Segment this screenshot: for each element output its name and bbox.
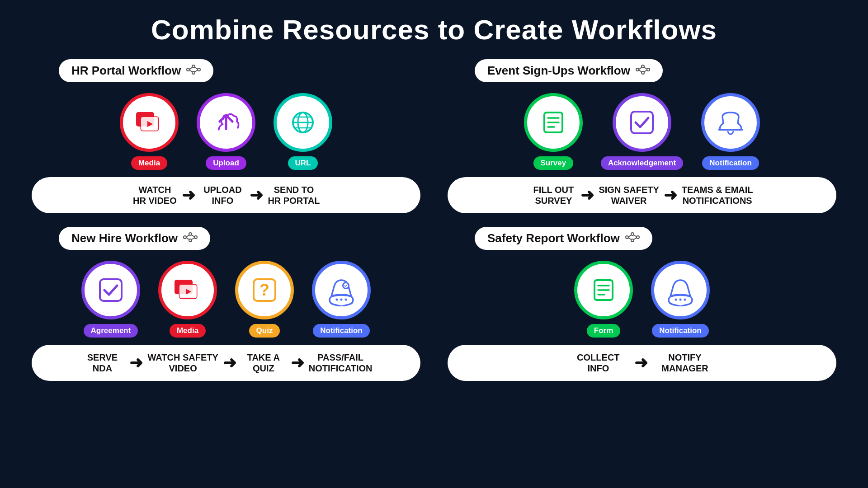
notification-circle-sr — [651, 261, 710, 319]
svg-line-35 — [192, 235, 194, 237]
notification-badge-nh: Notification — [313, 324, 370, 338]
safety-report-title: Safety Report Workflow — [487, 231, 620, 245]
url-circle — [274, 93, 332, 152]
step-watch-safety: WATCH SAFETYVIDEO — [147, 352, 218, 374]
notification-badge-sr: Notification — [652, 324, 709, 338]
acknowledgement-circle — [613, 93, 671, 152]
svg-point-17 — [636, 68, 639, 71]
survey-icon-item: Survey — [524, 93, 583, 170]
notification-circle-es — [701, 93, 760, 152]
svg-point-53 — [631, 239, 634, 242]
hr-portal-workflow: HR Portal Workflow — [32, 59, 420, 213]
quiz-badge: Quiz — [249, 324, 280, 338]
svg-point-64 — [684, 299, 686, 301]
event-signups-label: Event Sign-Ups Workflow — [475, 59, 663, 82]
svg-point-0 — [187, 68, 189, 71]
svg-line-24 — [644, 70, 647, 72]
step-collect-info: COLLECTINFO — [576, 352, 621, 374]
hr-portal-title: HR Portal Workflow — [71, 64, 181, 78]
agreement-icon-item: Agreement — [81, 261, 140, 338]
workflow-symbol-icon — [186, 65, 201, 77]
svg-line-22 — [644, 67, 647, 69]
form-badge: Form — [587, 324, 621, 338]
svg-line-54 — [628, 235, 631, 237]
step-teams-email: TEAMS & EMAILNOTIFICATIONS — [682, 184, 753, 206]
upload-icon-item: Upload — [197, 93, 255, 170]
svg-line-56 — [628, 238, 631, 239]
step-upload-info: UPLOADINFO — [200, 184, 245, 206]
svg-point-30 — [184, 236, 186, 239]
workflow-symbol-icon-4 — [625, 232, 640, 244]
arrow-5: ➜ — [129, 353, 143, 372]
svg-line-6 — [189, 70, 192, 72]
media-badge: Media — [131, 156, 167, 170]
hr-portal-steps-bar: WATCHHR VIDEO ➜ UPLOADINFO ➜ SEND TOHR P… — [32, 177, 420, 213]
svg-point-51 — [631, 233, 634, 235]
svg-line-37 — [192, 238, 194, 239]
svg-point-20 — [642, 71, 644, 74]
arrow-4: ➜ — [664, 186, 677, 205]
arrow-6: ➜ — [223, 353, 236, 372]
svg-point-47 — [336, 299, 338, 301]
svg-line-55 — [634, 235, 637, 237]
media-icon-item-nh: Media — [158, 261, 217, 338]
svg-line-23 — [639, 70, 642, 72]
svg-point-48 — [340, 299, 343, 301]
safety-report-steps-bar: COLLECTINFO ➜ NOTIFYMANAGER — [448, 345, 836, 381]
svg-point-18 — [642, 65, 644, 68]
svg-point-62 — [675, 299, 677, 301]
form-circle — [574, 261, 633, 319]
acknowledgement-badge: Acknowledgement — [601, 156, 683, 170]
step-notify-manager: NOTIFYMANAGER — [661, 352, 708, 374]
arrow-8: ➜ — [634, 353, 648, 372]
svg-point-50 — [626, 236, 628, 239]
step-watch-hr: WATCHHR VIDEO — [132, 184, 177, 206]
step-fill-survey: FILL OUTSURVEY — [531, 184, 576, 206]
hr-portal-icons-row: Media Upload — [120, 93, 332, 170]
svg-line-4 — [189, 67, 192, 70]
svg-line-57 — [634, 238, 637, 239]
new-hire-steps-bar: SERVENDA ➜ WATCH SAFETYVIDEO ➜ TAKE AQUI… — [32, 345, 420, 381]
svg-point-63 — [679, 299, 682, 301]
new-hire-title: New Hire Workflow — [71, 231, 178, 245]
acknowledgement-icon-item: Acknowledgement — [601, 93, 683, 170]
step-serve-nda: SERVENDA — [80, 352, 125, 374]
workflow-symbol-icon-3 — [183, 232, 198, 244]
new-hire-icons-row: Agreement Media — [81, 261, 371, 338]
quiz-icon-item: ? Quiz — [235, 261, 294, 338]
arrow-2: ➜ — [250, 186, 263, 205]
svg-point-2 — [198, 68, 200, 71]
survey-badge: Survey — [533, 156, 574, 170]
agreement-badge: Agreement — [84, 324, 138, 338]
arrow-1: ➜ — [182, 186, 195, 205]
notification-icon-item-sr: Notification — [651, 261, 710, 338]
agreement-circle — [81, 261, 140, 319]
svg-line-7 — [195, 70, 198, 72]
step-send-hr-portal: SEND TOHR PORTAL — [268, 184, 320, 206]
event-signups-workflow: Event Sign-Ups Workflow — [448, 59, 836, 213]
safety-report-label: Safety Report Workflow — [475, 227, 652, 250]
svg-line-34 — [186, 235, 189, 237]
quiz-circle: ? — [235, 261, 294, 319]
svg-point-19 — [647, 68, 650, 71]
svg-line-5 — [195, 67, 198, 69]
event-signups-steps-bar: FILL OUTSURVEY ➜ SIGN SAFETYWAIVER ➜ TEA… — [448, 177, 836, 213]
media-circle — [120, 93, 179, 152]
svg-point-52 — [637, 236, 639, 239]
svg-point-3 — [192, 71, 195, 74]
survey-circle — [524, 93, 583, 152]
upload-circle — [197, 93, 255, 152]
step-sign-waiver: SIGN SAFETYWAIVER — [599, 184, 659, 206]
url-icon-item: URL — [274, 93, 332, 170]
new-hire-label: New Hire Workflow — [59, 227, 210, 250]
workflow-symbol-icon-2 — [636, 65, 650, 77]
media-badge-nh: Media — [170, 324, 206, 338]
svg-rect-38 — [100, 279, 122, 301]
step-take-quiz: TAKE AQUIZ — [241, 352, 286, 374]
safety-report-workflow: Safety Report Workflow — [448, 227, 836, 381]
url-badge: URL — [288, 156, 318, 170]
svg-point-49 — [345, 299, 347, 301]
notification-icon-item-nh: Notification — [312, 261, 371, 338]
safety-report-icons-row: Form Notification — [574, 261, 710, 338]
upload-badge: Upload — [206, 156, 246, 170]
